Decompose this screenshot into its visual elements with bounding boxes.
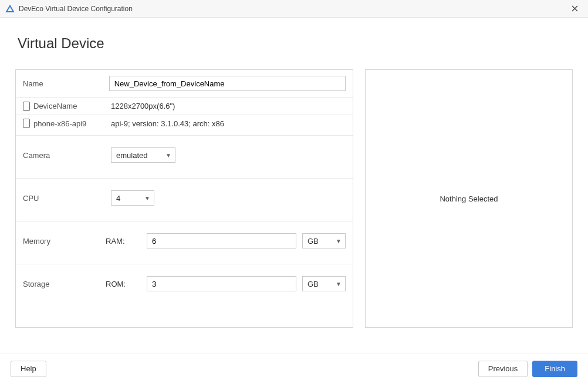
device-name-value: 1228x2700px(6.6") [111,102,175,110]
cpu-select[interactable]: 4 ▼ [111,190,154,206]
rom-unit-select[interactable]: GB ▼ [302,276,346,291]
rom-label: ROM: [106,280,141,288]
chevron-down-icon: ▼ [165,152,171,159]
camera-value: emulated [116,151,147,160]
config-panel: Name DeviceName 1228x2700px(6.6") phone-… [15,69,353,328]
device-name-label-text: DeviceName [33,102,77,110]
preview-panel: Nothing Selected [365,69,573,328]
rom-input[interactable] [147,276,296,291]
device-name-label: DeviceName [23,102,111,111]
title-bar: DevEco Virtual Device Configuration [0,0,588,18]
app-icon [5,4,15,14]
help-button[interactable]: Help [11,361,46,377]
window-title: DevEco Virtual Device Configuration [19,5,566,13]
content-area: Virtual Device Name DeviceName 1228x2700… [0,18,588,354]
camera-select[interactable]: emulated ▼ [111,147,175,163]
panels: Name DeviceName 1228x2700px(6.6") phone-… [15,69,573,328]
device-row: DeviceName 1228x2700px(6.6") [16,98,353,115]
camera-group: Camera emulated ▼ [16,136,353,179]
name-label: Name [23,79,109,88]
image-label-text: phone-x86-api9 [33,119,86,128]
previous-label: Previous [488,364,518,373]
finish-button[interactable]: Finish [532,361,577,377]
chevron-down-icon: ▼ [336,238,342,244]
footer: Help Previous Finish [0,354,588,383]
help-label: Help [21,364,36,373]
finish-label: Finish [545,364,565,373]
image-label: phone-x86-api9 [23,119,111,128]
memory-group: Memory RAM: GB ▼ [16,221,353,264]
ram-unit-value: GB [307,237,319,246]
cpu-group: CPU 4 ▼ [16,179,353,221]
name-input[interactable] [109,76,346,91]
previous-button[interactable]: Previous [478,361,528,377]
phone-icon [23,119,30,128]
storage-group: Storage ROM: GB ▼ [16,264,353,314]
ram-input[interactable] [147,233,296,248]
camera-label: Camera [23,151,111,160]
ram-unit-select[interactable]: GB ▼ [302,233,346,248]
cpu-value: 4 [116,194,120,203]
ram-label: RAM: [106,237,141,246]
storage-label: Storage [23,280,106,288]
close-icon [572,5,578,12]
image-value: api-9; version: 3.1.0.43; arch: x86 [111,119,224,128]
cpu-label: CPU [23,194,111,203]
page-title: Virtual Device [18,35,573,52]
image-row: phone-x86-api9 api-9; version: 3.1.0.43;… [16,115,353,136]
close-button[interactable] [566,0,583,18]
chevron-down-icon: ▼ [144,195,150,201]
preview-empty-text: Nothing Selected [440,194,498,203]
phone-icon [23,102,30,111]
rom-unit-value: GB [307,280,319,288]
chevron-down-icon: ▼ [336,281,342,287]
name-row: Name [16,70,353,98]
memory-label: Memory [23,237,106,246]
